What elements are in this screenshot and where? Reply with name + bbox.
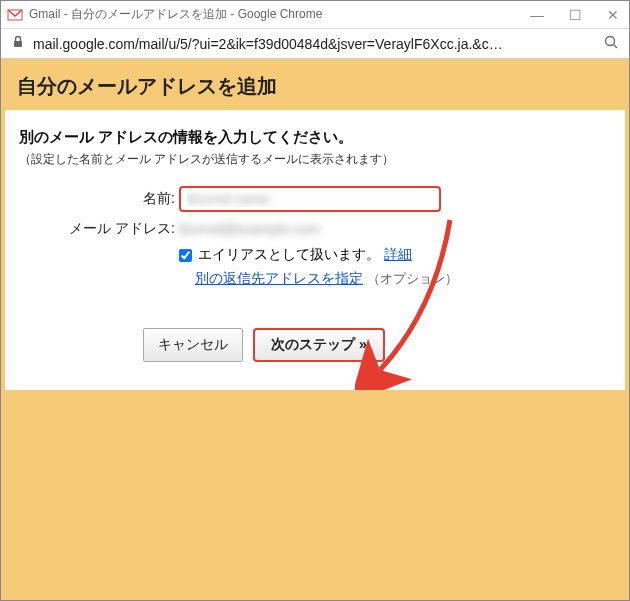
name-input[interactable]	[179, 186, 441, 212]
reply-row: 別の返信先アドレスを指定 （オプション）	[195, 270, 611, 288]
alias-label: エイリアスとして扱います。	[198, 246, 380, 264]
alias-checkbox[interactable]	[179, 249, 192, 262]
lock-icon	[11, 35, 25, 52]
window-title: Gmail - 自分のメールアドレスを追加 - Google Chrome	[29, 6, 527, 23]
alias-row: エイリアスとして扱います。 詳細	[179, 246, 611, 264]
email-label: メール アドレス:	[19, 220, 179, 238]
window-controls: — ☐ ✕	[527, 7, 623, 23]
titlebar: Gmail - 自分のメールアドレスを追加 - Google Chrome — …	[1, 1, 629, 29]
page-header: 自分のメールアドレスを追加	[5, 63, 625, 110]
url-text[interactable]: mail.google.com/mail/u/5/?ui=2&ik=f39d00…	[33, 36, 603, 52]
minimize-button[interactable]: —	[527, 7, 547, 23]
email-value: blurred@example.com	[179, 221, 320, 237]
section-subheading: （設定した名前とメール アドレスが送信するメールに表示されます）	[19, 151, 611, 168]
zoom-icon[interactable]	[603, 34, 619, 53]
option-note: （オプション）	[367, 271, 458, 286]
close-button[interactable]: ✕	[603, 7, 623, 23]
page-container: 自分のメールアドレスを追加 別のメール アドレスの情報を入力してください。 （設…	[1, 59, 629, 600]
name-label: 名前:	[19, 190, 179, 208]
button-row: キャンセル 次のステップ »	[143, 328, 611, 362]
cancel-button[interactable]: キャンセル	[143, 328, 243, 362]
next-step-button[interactable]: 次のステップ »	[253, 328, 385, 362]
reply-address-link[interactable]: 別の返信先アドレスを指定	[195, 270, 363, 286]
page-title: 自分のメールアドレスを追加	[17, 73, 613, 100]
gmail-icon	[7, 7, 23, 23]
name-row: 名前:	[19, 186, 611, 212]
svg-rect-1	[14, 41, 22, 47]
svg-point-2	[606, 37, 615, 46]
maximize-button[interactable]: ☐	[565, 7, 585, 23]
section-heading: 別のメール アドレスの情報を入力してください。	[19, 128, 611, 147]
content-area: 別のメール アドレスの情報を入力してください。 （設定した名前とメール アドレス…	[5, 110, 625, 390]
address-bar: mail.google.com/mail/u/5/?ui=2&ik=f39d00…	[1, 29, 629, 59]
alias-detail-link[interactable]: 詳細	[384, 246, 412, 264]
email-row: メール アドレス: blurred@example.com	[19, 220, 611, 238]
svg-line-3	[614, 45, 618, 49]
